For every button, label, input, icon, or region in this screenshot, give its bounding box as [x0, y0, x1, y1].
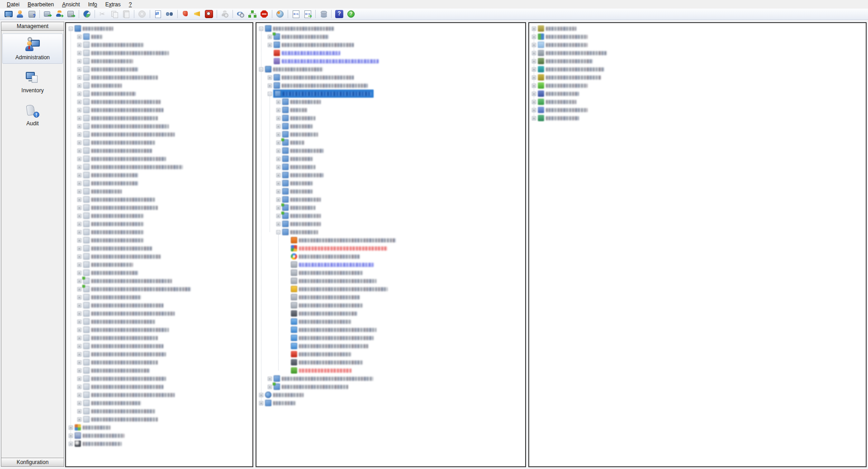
- tree-row[interactable]: +: [256, 171, 525, 179]
- tree-row[interactable]: +: [66, 122, 252, 130]
- expander-icon[interactable]: +: [276, 157, 280, 161]
- expander-icon[interactable]: +: [276, 198, 280, 202]
- tree-row[interactable]: -: [256, 228, 525, 236]
- menu-extras[interactable]: Extras: [101, 0, 125, 9]
- database-question-icon[interactable]: [27, 9, 36, 19]
- tree-row[interactable]: +: [66, 49, 252, 57]
- tree-row[interactable]: +: [66, 138, 252, 147]
- sidebar-item-audit[interactable]: Audit: [2, 99, 63, 130]
- tree-row[interactable]: +: [66, 163, 252, 171]
- tree-row[interactable]: +: [66, 269, 252, 277]
- tree-row[interactable]: +: [66, 431, 252, 440]
- expander-icon[interactable]: +: [276, 100, 280, 104]
- tree-row[interactable]: +: [66, 350, 252, 358]
- expander-icon[interactable]: +: [276, 206, 280, 210]
- tree-row[interactable]: +: [66, 41, 252, 49]
- tree-row[interactable]: +: [66, 147, 252, 155]
- tree-row[interactable]: +: [66, 179, 252, 187]
- tree-row[interactable]: +: [529, 90, 866, 98]
- expander-icon[interactable]: +: [77, 84, 81, 88]
- expander-icon[interactable]: -: [276, 230, 280, 234]
- expander-icon[interactable]: +: [77, 181, 81, 185]
- expander-icon[interactable]: +: [69, 442, 73, 446]
- network-tree-icon[interactable]: [248, 9, 257, 19]
- expander-icon[interactable]: +: [77, 133, 81, 137]
- tree-row[interactable]: +: [529, 24, 866, 33]
- expander-icon[interactable]: +: [77, 312, 81, 316]
- tree-row[interactable]: +: [529, 49, 866, 57]
- expander-icon[interactable]: +: [532, 116, 536, 120]
- tree-row[interactable]: +: [66, 440, 252, 448]
- stop-sign-icon[interactable]: [260, 9, 269, 19]
- tree-row[interactable]: -: [66, 24, 252, 33]
- tree-row[interactable]: +: [66, 130, 252, 138]
- tree-row[interactable]: +: [256, 212, 525, 220]
- expander-icon[interactable]: +: [77, 67, 81, 71]
- computer-icon[interactable]: [4, 9, 13, 19]
- tree-row[interactable]: +: [256, 73, 525, 81]
- tree-row[interactable]: +: [66, 98, 252, 106]
- tree-row[interactable]: [256, 366, 525, 374]
- tree-row[interactable]: +: [256, 106, 525, 114]
- expander-icon[interactable]: +: [77, 165, 81, 169]
- tree-row[interactable]: [256, 358, 525, 366]
- alert-yellow-icon[interactable]: [193, 9, 202, 19]
- expander-icon[interactable]: +: [77, 303, 81, 308]
- expander-icon[interactable]: +: [77, 409, 81, 413]
- expander-icon[interactable]: +: [77, 222, 81, 226]
- tree-row[interactable]: -: [256, 24, 525, 33]
- expander-icon[interactable]: +: [532, 100, 536, 104]
- tree-row[interactable]: +: [256, 81, 525, 90]
- disc-pie-icon[interactable]: [82, 9, 91, 19]
- tree-row[interactable]: [256, 317, 525, 326]
- expander-icon[interactable]: +: [77, 377, 81, 381]
- user-icon[interactable]: [15, 9, 24, 19]
- tree-row[interactable]: +: [66, 195, 252, 204]
- tree-row[interactable]: +: [256, 204, 525, 212]
- expander-icon[interactable]: +: [532, 59, 536, 63]
- tree-row[interactable]: +: [256, 220, 525, 228]
- expander-icon[interactable]: +: [77, 417, 81, 422]
- expander-icon[interactable]: +: [532, 108, 536, 112]
- tree-row[interactable]: +: [256, 399, 525, 407]
- import-computer-icon[interactable]: [43, 9, 52, 19]
- expander-icon[interactable]: +: [532, 51, 536, 55]
- expander-icon[interactable]: +: [77, 92, 81, 96]
- expander-icon[interactable]: +: [77, 198, 81, 202]
- tree-row[interactable]: +: [66, 33, 252, 41]
- tree-row[interactable]: +: [66, 374, 252, 383]
- expander-icon[interactable]: +: [77, 116, 81, 120]
- expander-icon[interactable]: +: [532, 27, 536, 31]
- schedule-red-icon[interactable]: [204, 9, 213, 19]
- expander-icon[interactable]: +: [77, 230, 81, 234]
- tree-row[interactable]: +: [256, 130, 525, 138]
- tree-row[interactable]: [256, 326, 525, 334]
- tree-row[interactable]: +: [66, 334, 252, 342]
- tree-row[interactable]: +: [66, 391, 252, 399]
- menu-datei[interactable]: Datei: [3, 0, 24, 9]
- alert-red-icon[interactable]: [181, 9, 190, 19]
- expander-icon[interactable]: +: [268, 377, 272, 381]
- tree-row[interactable]: [256, 293, 525, 301]
- expander-icon[interactable]: +: [259, 393, 263, 397]
- tree-row[interactable]: +: [529, 114, 866, 122]
- tree-row[interactable]: +: [66, 73, 252, 81]
- tree-row[interactable]: [256, 269, 525, 277]
- expander-icon[interactable]: +: [77, 246, 81, 251]
- binoculars-icon[interactable]: [165, 9, 174, 19]
- tree-row[interactable]: +: [256, 138, 525, 147]
- expander-icon[interactable]: +: [77, 279, 81, 283]
- expander-icon[interactable]: +: [276, 141, 280, 145]
- tree-row[interactable]: [256, 49, 525, 57]
- tree-row[interactable]: +: [66, 383, 252, 391]
- tree-row[interactable]: +: [66, 277, 252, 285]
- tree-row[interactable]: [256, 236, 525, 244]
- expander-icon[interactable]: +: [69, 426, 73, 430]
- tree-row[interactable]: +: [256, 179, 525, 187]
- menu-?[interactable]: ?: [125, 0, 136, 9]
- tree-row[interactable]: [256, 244, 525, 252]
- expander-icon[interactable]: +: [77, 189, 81, 194]
- tree-row[interactable]: +: [529, 33, 866, 41]
- expander-icon[interactable]: +: [69, 434, 73, 438]
- expander-icon[interactable]: +: [77, 149, 81, 153]
